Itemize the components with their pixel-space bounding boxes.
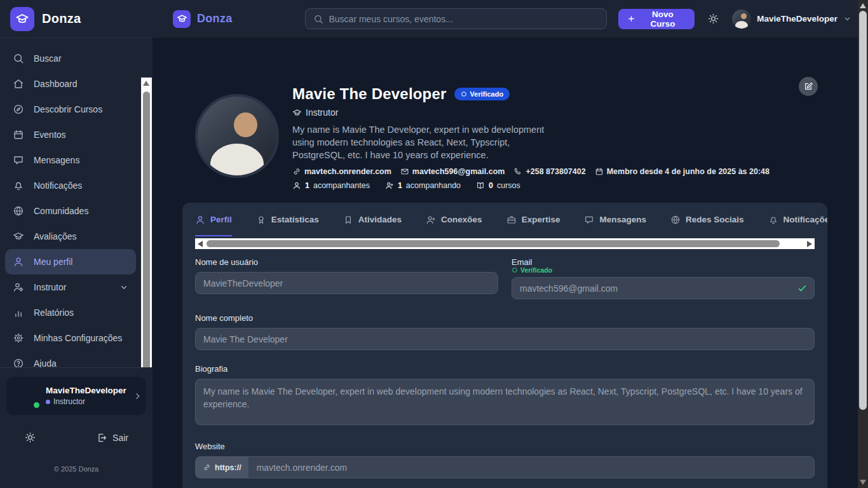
sidebar-item-label: Minhas Configurações (34, 333, 122, 343)
sidebar-item-avaliacoes[interactable]: Avaliações (5, 224, 136, 249)
tab-redes-sociais[interactable]: Redes Sociais (670, 203, 744, 236)
username-input[interactable] (195, 272, 498, 294)
book-icon (476, 181, 485, 190)
sidebar-item-eventos[interactable]: Eventos (5, 122, 136, 147)
sidebar-item-buscar[interactable]: Buscar (5, 46, 136, 71)
email-input[interactable] (512, 277, 815, 299)
donza-logo-icon (173, 10, 191, 28)
sidebar-item-label: Ajuda (34, 358, 57, 367)
phone-item[interactable]: +258 873807402 (513, 167, 585, 176)
sidebar-item-descobrir-cursos[interactable]: Descobrir Cursos (5, 97, 136, 122)
sidebar-item-label: Descobrir Cursos (34, 104, 102, 114)
logout-icon (96, 432, 107, 444)
chat-icon (584, 215, 594, 225)
sidebar-item-notificacoes[interactable]: Notificações (5, 173, 136, 198)
tabs-horizontal-scrollbar[interactable] (195, 238, 815, 249)
username-field-group: Nome de usuário (195, 257, 498, 299)
graduation-cap-icon (292, 108, 302, 118)
scrollbar-thumb[interactable] (143, 92, 150, 367)
sidebar-item-label: Dashboard (34, 79, 78, 89)
email-label: Email (512, 257, 815, 267)
page-scrollbar[interactable] (858, 0, 868, 488)
scroll-left-arrow[interactable] (198, 241, 203, 247)
logout-button[interactable]: Sair (96, 432, 128, 444)
tab-perfil[interactable]: Perfil (195, 203, 232, 236)
topbar-brand[interactable]: Donza (173, 10, 233, 28)
scrollbar-thumb[interactable] (207, 240, 780, 247)
mail-icon (400, 167, 409, 176)
sidebar-scrollbar[interactable] (141, 78, 152, 367)
tab-notificacoes[interactable]: Notificações (768, 203, 828, 236)
tab-mensagens[interactable]: Mensagens (584, 203, 646, 236)
sidebar-item-relatorios[interactable]: Relatórios (5, 300, 136, 325)
sidebar-item-label: Notificações (34, 180, 82, 191)
new-course-button[interactable]: Novo Curso (618, 9, 695, 29)
sun-icon (24, 431, 36, 444)
sidebar-item-instrutor[interactable]: Instrutor (5, 274, 136, 300)
profile-avatar[interactable] (195, 94, 279, 178)
sidebar-brand[interactable]: Donza (0, 0, 153, 38)
bio-field-group: Biografia My name is Mavie The Developer… (195, 364, 815, 428)
sidebar-user-card[interactable]: MavieTheDeveloper Instructor (6, 377, 146, 415)
sidebar-item-minhas-configuracoes[interactable]: Minhas Configurações (5, 325, 136, 351)
courses-stat[interactable]: 0cursos (476, 181, 520, 190)
online-status-dot (32, 401, 41, 409)
following-stat[interactable]: 1acompanhando (385, 181, 461, 190)
bio-textarea[interactable]: My name is Mavie The Developer, expert i… (195, 379, 815, 425)
sidebar-item-mensagens[interactable]: Mensagens (5, 147, 136, 173)
copyright: © 2025 Donza (6, 465, 146, 482)
website-input[interactable] (249, 457, 814, 478)
link-icon (292, 167, 301, 176)
sidebar-item-label: Instrutor (34, 282, 66, 292)
theme-toggle-button[interactable] (707, 13, 719, 25)
scroll-down-arrow[interactable] (860, 480, 866, 485)
topbar: Donza Novo Curso MavieTheDeveloper (153, 0, 868, 38)
sidebar-item-comunidades[interactable]: Comunidades (5, 198, 136, 224)
bookmark-icon (343, 215, 353, 225)
graduation-cap-icon (13, 231, 24, 242)
tab-conexoes[interactable]: Conexões (426, 203, 482, 236)
email-field-group: Email Verificado (512, 257, 815, 299)
theme-toggle-button[interactable] (24, 431, 36, 444)
fullname-input[interactable] (195, 328, 815, 350)
website-link[interactable]: mavtech.onrender.com (292, 167, 391, 176)
globe-icon (670, 215, 681, 225)
user-card-role: Instructor (53, 397, 85, 406)
bar-chart-icon (13, 307, 24, 318)
tab-atividades[interactable]: Atividades (343, 203, 402, 236)
chevron-down-icon (119, 283, 128, 292)
person-gear-icon (13, 281, 24, 293)
scrollbar-thumb[interactable] (859, 11, 867, 410)
user-menu[interactable]: MavieTheDeveloper (732, 10, 851, 29)
role-dot (46, 400, 50, 404)
email-link[interactable]: mavtech596@gmail.com (400, 167, 505, 176)
brand-name: Donza (42, 11, 81, 26)
search-input[interactable] (329, 14, 599, 24)
search-icon (313, 14, 323, 24)
scroll-up-arrow[interactable] (143, 81, 149, 86)
tab-estatisticas[interactable]: Estatísticas (256, 203, 319, 236)
search-icon (13, 53, 24, 64)
award-icon (256, 215, 266, 225)
link-icon (203, 463, 211, 471)
sidebar-item-label: Comunidades (34, 206, 88, 216)
tab-expertise[interactable]: Expertise (506, 203, 560, 236)
home-icon (13, 78, 24, 90)
profile-bio: My name is Mavie The Developer, expert i… (292, 123, 554, 161)
scroll-right-arrow[interactable] (807, 241, 812, 247)
chat-icon (13, 154, 24, 166)
scroll-up-arrow[interactable] (860, 3, 866, 8)
person-icon (13, 256, 24, 268)
followers-stat[interactable]: 1acompanhantes (292, 181, 370, 190)
sidebar-item-dashboard[interactable]: Dashboard (5, 71, 136, 97)
circle-icon (461, 91, 467, 97)
sidebar-item-meu-perfil[interactable]: Meu perfil (5, 249, 136, 274)
sidebar-item-ajuda[interactable]: Ajuda (5, 351, 136, 367)
sidebar-item-label: Buscar (34, 53, 62, 64)
sidebar: Donza Buscar Dashboard Descobrir Cursos … (0, 0, 153, 488)
global-search (305, 8, 607, 29)
main-content: Mavie The Developer Verificado Instrutor… (153, 38, 868, 488)
sidebar-item-label: Meu perfil (34, 257, 72, 267)
compass-icon (13, 104, 24, 115)
edit-profile-button[interactable] (799, 77, 818, 96)
